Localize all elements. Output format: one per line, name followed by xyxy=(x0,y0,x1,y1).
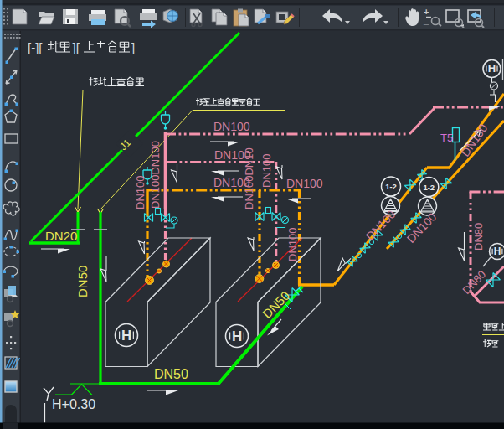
svg-text:H+0.30: H+0.30 xyxy=(52,397,95,411)
svg-text:DN20: DN20 xyxy=(45,229,77,243)
svg-text:H: H xyxy=(494,246,501,257)
svg-text:DN100DN100: DN100DN100 xyxy=(149,141,162,209)
svg-text:DN100DN10: DN100DN10 xyxy=(243,147,255,209)
svg-text:]: ] xyxy=(131,40,135,54)
svg-text:H: H xyxy=(232,328,242,344)
svg-text:DN100: DN100 xyxy=(134,176,147,209)
svg-text:1-2: 1-2 xyxy=(385,182,397,191)
svg-text:DN50: DN50 xyxy=(154,367,188,381)
svg-text:DN100: DN100 xyxy=(286,228,299,261)
svg-text:[-][: [-][ xyxy=(28,40,43,54)
svg-text:DN100: DN100 xyxy=(260,154,273,188)
svg-text:H: H xyxy=(121,328,131,344)
svg-text:T5: T5 xyxy=(440,132,453,144)
svg-text:DN50: DN50 xyxy=(75,266,90,297)
svg-text:][: ][ xyxy=(73,40,80,54)
svg-text:H: H xyxy=(488,62,496,75)
svg-text:DN80: DN80 xyxy=(472,223,485,251)
svg-text:DN100: DN100 xyxy=(286,177,323,190)
svg-text:1-2: 1-2 xyxy=(423,183,435,192)
svg-text:DN100: DN100 xyxy=(213,120,250,133)
